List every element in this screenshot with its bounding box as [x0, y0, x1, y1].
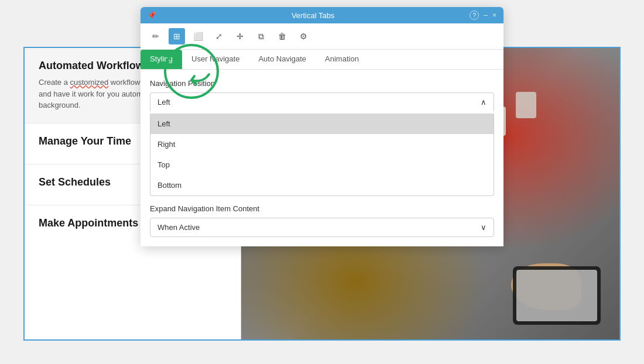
chevron-up-icon: ∧: [481, 98, 487, 107]
toolbar-title: Vertical Tabs: [161, 11, 465, 20]
expand-section: Expand Navigation Item Content When Acti…: [150, 204, 494, 237]
minimize-button[interactable]: –: [484, 11, 488, 19]
copy-icon[interactable]: ⧉: [253, 28, 269, 44]
help-icon[interactable]: ?: [470, 11, 479, 20]
expand-icon[interactable]: ⤢: [211, 28, 227, 44]
nav-position-label: Navigation Position: [150, 79, 494, 88]
delete-icon[interactable]: 🗑: [274, 28, 290, 44]
expand-dropdown-trigger[interactable]: When Active ∨: [150, 218, 494, 237]
image-icon[interactable]: ⬜: [190, 28, 206, 44]
toolbar-header: 📌 Vertical Tabs ? – ×: [141, 7, 503, 23]
option-right[interactable]: Right: [150, 134, 494, 154]
close-button[interactable]: ×: [492, 11, 496, 19]
wand-icon[interactable]: ✏: [148, 28, 164, 44]
option-left[interactable]: Left: [150, 114, 494, 134]
tab-auto-navigate[interactable]: Auto Navigate: [249, 50, 316, 69]
position-dropdown-trigger[interactable]: Left ∧: [150, 92, 494, 111]
move-icon[interactable]: ✛: [232, 28, 248, 44]
photo-can2-item: [516, 92, 536, 118]
expand-label: Expand Navigation Item Content: [150, 204, 494, 213]
tab-styling[interactable]: Styling: [141, 50, 182, 69]
photo-tablet-screen: [516, 270, 597, 321]
option-top[interactable]: Top: [150, 154, 494, 175]
position-dropdown-value: Left: [157, 98, 170, 107]
toolbar-panel: 📌 Vertical Tabs ? – × ✏ ⊞ ⬜ ⤢ ✛ ⧉ 🗑 ⚙ St…: [141, 7, 503, 246]
tab-user-navigate[interactable]: User Navigate: [182, 50, 249, 69]
toolbar-icons-row: ✏ ⊞ ⬜ ⤢ ✛ ⧉ 🗑 ⚙: [141, 23, 503, 50]
settings-icon[interactable]: ⚙: [295, 28, 311, 44]
photo-tablet-item: [513, 266, 601, 325]
tab-animation[interactable]: Animation: [316, 50, 368, 69]
position-dropdown-list: Left Right Top Bottom: [150, 114, 494, 196]
pin-icon: 📌: [148, 11, 156, 19]
option-bottom[interactable]: Bottom: [150, 175, 494, 195]
chevron-down-icon: ∨: [481, 223, 487, 232]
panel-content-area: Navigation Position Left ∧ Left Right To…: [141, 70, 503, 246]
panel-tabs-row: Styling User Navigate Auto Navigate Anim…: [141, 50, 503, 70]
widget-icon[interactable]: ⊞: [169, 28, 185, 44]
expand-dropdown-value: When Active: [157, 223, 200, 232]
